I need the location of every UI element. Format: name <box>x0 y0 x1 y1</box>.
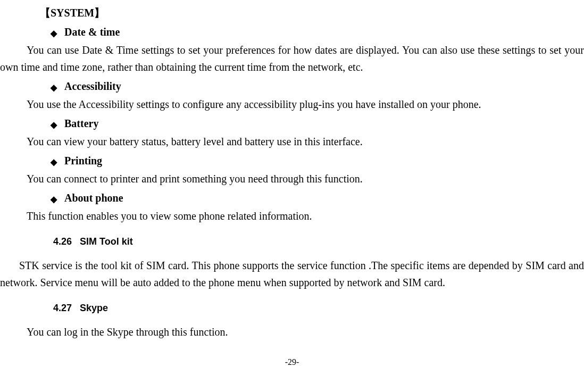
body-paragraph: You use the Accessibility settings to co… <box>0 96 584 113</box>
section-header: 【SYSTEM】 <box>40 4 584 21</box>
body-paragraph: This function enables you to view some p… <box>0 207 584 224</box>
diamond-icon: ◆ <box>51 195 57 204</box>
bullet-title: Printing <box>64 152 102 169</box>
item-about-phone: ◆ About phone This function enables you … <box>0 189 584 224</box>
section-skype: 4.27 Skype You can log in the Skype thro… <box>0 301 584 340</box>
heading-title: Skype <box>80 303 108 313</box>
diamond-icon: ◆ <box>51 121 57 129</box>
numbered-heading: 4.26 SIM Tool kit <box>53 234 584 249</box>
item-date-time: ◆ Date & time You can use Date & Time se… <box>0 23 584 76</box>
diamond-icon: ◆ <box>51 84 57 92</box>
bullet-heading: ◆ Accessibility <box>51 78 584 95</box>
heading-title: SIM Tool kit <box>80 236 133 247</box>
bullet-heading: ◆ About phone <box>51 189 584 206</box>
bullet-heading: ◆ Date & time <box>51 23 584 40</box>
section-sim-tool-kit: 4.26 SIM Tool kit STK service is the too… <box>0 234 584 291</box>
body-paragraph: You can use Date & Time settings to set … <box>0 41 584 76</box>
heading-number: 4.26 <box>53 236 72 247</box>
bullet-title: Battery <box>64 115 98 132</box>
diamond-icon: ◆ <box>51 29 57 38</box>
item-printing: ◆ Printing You can connect to printer an… <box>0 152 584 187</box>
heading-number: 4.27 <box>53 303 72 313</box>
bullet-title: About phone <box>64 189 123 206</box>
bullet-heading: ◆ Printing <box>51 152 584 169</box>
item-accessibility: ◆ Accessibility You use the Accessibilit… <box>0 78 584 113</box>
item-battery: ◆ Battery You can view your battery stat… <box>0 115 584 150</box>
body-paragraph: You can view your battery status, batter… <box>0 133 584 150</box>
page-number: -29- <box>0 355 584 369</box>
body-paragraph: You can log in the Skype through this fu… <box>0 323 584 340</box>
body-paragraph: You can connect to printer and print som… <box>0 170 584 187</box>
bullet-heading: ◆ Battery <box>51 115 584 132</box>
numbered-heading: 4.27 Skype <box>53 301 584 316</box>
bullet-title: Date & time <box>64 23 120 40</box>
diamond-icon: ◆ <box>51 158 57 166</box>
bullet-title: Accessibility <box>64 78 121 95</box>
body-paragraph: STK service is the tool kit of SIM card.… <box>0 257 584 291</box>
document-page: 【SYSTEM】 ◆ Date & time You can use Date … <box>0 4 584 369</box>
